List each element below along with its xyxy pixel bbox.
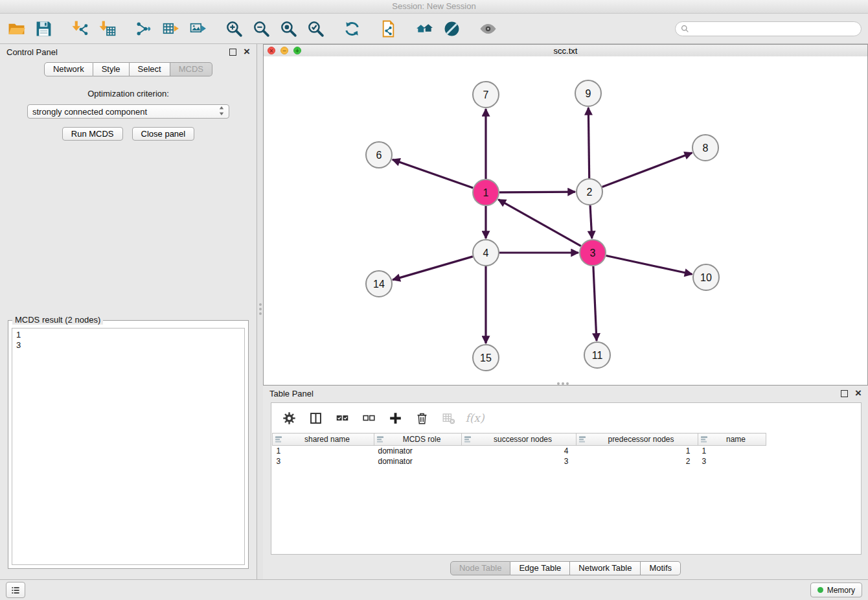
graph-node-15[interactable]: 15 [473,345,499,371]
graph-edge-1-6[interactable] [393,159,473,188]
zoom-out-icon[interactable] [251,18,271,39]
save-session-icon[interactable] [34,18,53,39]
float-panel-icon[interactable] [229,49,236,56]
column-header-shared-name[interactable]: shared name [273,433,374,446]
table-cell[interactable]: 3 [273,456,374,467]
control-tab-mcds[interactable]: MCDS [170,62,212,76]
graph-node-7[interactable]: 7 [473,82,499,108]
mcds-result-box: MCDS result (2 nodes) 13 [8,320,249,569]
export-image-icon[interactable] [188,18,207,39]
close-window-icon[interactable] [268,47,275,54]
delete-columns-icon[interactable] [414,410,429,426]
graph-node-3[interactable]: 3 [580,240,606,266]
optimization-select[interactable]: strongly connected component [27,104,229,119]
run-mcds-button[interactable]: Run MCDS [62,127,123,141]
graph-edge-2-8[interactable] [602,153,692,187]
table-tab-network-table[interactable]: Network Table [570,561,641,575]
column-header-MCDS-role[interactable]: MCDS role [374,433,462,446]
close-table-panel-icon[interactable]: × [855,389,862,398]
table-cell[interactable]: 3 [462,456,577,467]
table-cell[interactable]: 4 [462,446,577,457]
graph-node-1[interactable]: 1 [473,179,499,205]
select-all-rows-icon[interactable] [334,410,350,426]
mcds-result-list[interactable]: 13 [12,328,245,565]
show-columns-icon[interactable] [308,410,323,426]
zoom-in-icon[interactable] [224,18,244,39]
table-tab-edge-table[interactable]: Edge Table [510,561,570,575]
column-label: predecessor nodes [608,435,674,444]
graph-edge-2-9[interactable] [588,108,589,178]
clear-row-selection-icon[interactable] [361,410,376,426]
graph-edge-3-11[interactable] [593,266,597,341]
table-cell[interactable]: dominator [374,446,462,457]
search-box[interactable] [675,21,862,36]
open-file-icon[interactable] [6,18,26,39]
search-input[interactable] [692,23,856,34]
minimize-window-icon[interactable] [280,47,288,54]
close-panel-icon[interactable]: × [244,47,250,56]
import-table-from-file-icon[interactable] [97,18,117,39]
column-label: shared name [304,435,350,444]
maximize-window-icon[interactable] [293,47,301,54]
graph-edge-1-2[interactable] [499,192,575,192]
show-welcome-screen-icon[interactable] [415,18,434,39]
column-settings-icon[interactable] [281,410,297,426]
column-header-predecessor-nodes[interactable]: predecessor nodes [577,433,698,446]
graph-node-2[interactable]: 2 [577,179,602,205]
column-type-icon [275,435,282,443]
graph-node-14[interactable]: 14 [366,271,392,297]
export-network-icon[interactable] [133,18,153,39]
table-panel: Table Panel × f(x) shared nameMCDS roles… [263,386,868,579]
export-table-icon[interactable] [161,18,180,39]
table-cell[interactable]: 1 [273,446,374,457]
graph-node-6[interactable]: 6 [366,142,392,168]
table-row[interactable]: 3dominator323 [273,456,766,467]
table-panel-header: Table Panel × [263,386,868,401]
svg-text:7: 7 [483,89,489,100]
table-tab-motifs[interactable]: Motifs [641,561,681,575]
graph-node-10[interactable]: 10 [693,264,719,290]
open-style-panel-icon[interactable] [442,18,461,39]
network-canvas[interactable]: 7968124314101511 [264,56,867,385]
toggle-graphics-details-icon[interactable] [478,18,497,39]
column-label: successor nodes [494,435,552,444]
zoom-fit-icon[interactable] [279,18,298,39]
graph-node-4[interactable]: 4 [473,240,499,266]
zoom-selected-icon[interactable] [306,18,325,39]
column-label: name [726,435,746,444]
control-panel-title: Control Panel [6,47,58,57]
graph-edge-3-1[interactable] [498,200,581,246]
float-table-panel-icon[interactable] [841,390,848,397]
task-history-button[interactable] [6,582,25,598]
table-panel-tabs: Node TableEdge TableNetwork TableMotifs [263,561,868,575]
control-tab-style[interactable]: Style [93,62,130,76]
graph-node-11[interactable]: 11 [584,342,610,368]
svg-text:9: 9 [586,88,591,99]
table-cell[interactable]: dominator [374,456,462,467]
control-tab-network[interactable]: Network [44,62,93,76]
apply-preferred-layout-icon[interactable] [342,18,361,39]
table-row[interactable]: 1dominator411 [273,446,766,457]
graph-edge-4-14[interactable] [393,257,473,280]
graph-edge-3-10[interactable] [606,256,692,275]
network-graph[interactable]: 7968124314101511 [264,56,867,385]
table-cell[interactable]: 3 [698,456,766,467]
column-header-name[interactable]: name [698,433,766,446]
graph-edge-2-3[interactable] [590,205,592,238]
column-label: MCDS role [403,435,441,444]
table-cell[interactable]: 1 [577,446,698,457]
table-cell[interactable]: 2 [577,456,698,467]
close-panel-button[interactable]: Close panel [132,127,195,141]
memory-button[interactable]: Memory [810,583,862,597]
vertical-splitter-handle[interactable] [258,301,262,317]
graph-node-9[interactable]: 9 [575,80,601,106]
search-icon [681,25,689,33]
column-header-successor-nodes[interactable]: successor nodes [462,433,577,446]
table-tab-node-table[interactable]: Node Table [450,561,511,575]
graph-node-8[interactable]: 8 [692,135,718,161]
new-network-from-selection-icon[interactable] [378,18,398,39]
import-network-from-file-icon[interactable] [70,18,89,39]
table-cell[interactable]: 1 [698,446,766,457]
control-tab-select[interactable]: Select [130,62,170,76]
create-column-icon[interactable] [387,410,403,426]
